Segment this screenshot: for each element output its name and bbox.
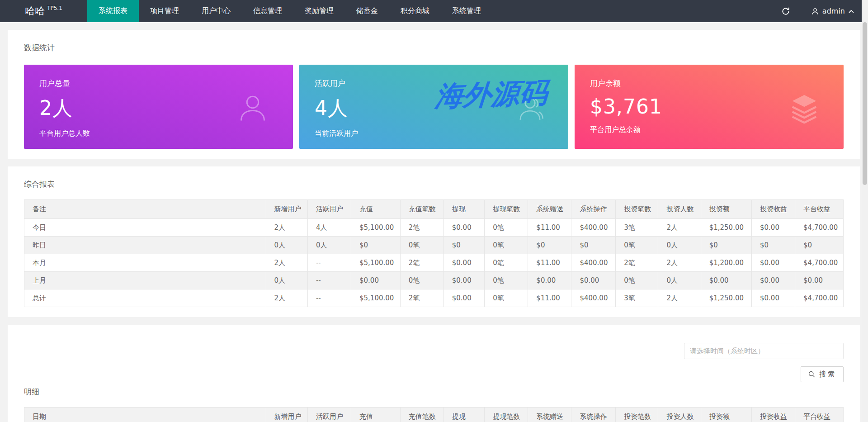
table-cell: $11.00 <box>528 219 571 237</box>
table-cell: $0.00 <box>571 272 616 289</box>
nav-item[interactable]: 用户中心 <box>190 0 242 22</box>
nav-item[interactable]: 项目管理 <box>139 0 190 22</box>
table-cell: $0.00 <box>528 272 571 289</box>
table-cell: 本月 <box>24 254 266 272</box>
username: admin <box>822 7 845 15</box>
table-cell: 2人 <box>658 289 701 307</box>
table-row: 上月0人--$0.000笔$0.000笔$0.00$0.000笔0人$0.00$… <box>24 272 844 289</box>
table-cell: $0.00 <box>443 254 485 272</box>
table-cell: 0人 <box>658 272 701 289</box>
table-cell: $4,700.00 <box>795 289 844 307</box>
time-range-input[interactable] <box>684 343 844 359</box>
column-header: 活跃用户 <box>307 408 351 422</box>
table-cell: $1,250.00 <box>701 289 751 307</box>
nav-item[interactable]: 奖励管理 <box>293 0 345 22</box>
column-header: 充值笔数 <box>400 200 443 219</box>
table-cell: 昨日 <box>24 237 266 254</box>
detail-panel-title: 明细 <box>24 387 844 397</box>
table-cell: $11.00 <box>528 289 571 307</box>
table-cell: $0 <box>443 237 485 254</box>
user-icon <box>811 7 819 15</box>
app-logo-version: TP5.1 <box>47 5 62 11</box>
page-scrollbar[interactable] <box>862 0 868 422</box>
column-header: 日期 <box>24 408 266 422</box>
table-cell: $5,100.00 <box>351 219 400 237</box>
table-cell: $5,100.00 <box>351 254 400 272</box>
user-menu[interactable]: admin <box>811 7 854 15</box>
stat-cards-row: 用户总量 2人 平台用户总人数 活跃用户 4人 当前活跃用户 <box>24 65 844 149</box>
column-header: 充值 <box>351 408 400 422</box>
table-cell: 0笔 <box>485 254 528 272</box>
column-header: 备注 <box>24 200 266 219</box>
table-cell: 0笔 <box>485 289 528 307</box>
table-cell: $0.00 <box>752 219 795 237</box>
table-cell: 0人 <box>658 237 701 254</box>
stat-card-label: 活跃用户 <box>315 78 553 89</box>
layers-icon <box>788 92 820 125</box>
app-logo[interactable]: 哈哈 TP5.1 <box>0 0 87 22</box>
table-row: 昨日0人0人$00笔$00笔$0$00笔0人$0$0$0 <box>24 237 844 254</box>
table-cell: $1,200.00 <box>701 254 751 272</box>
users-icon <box>509 91 545 127</box>
table-cell: $5,100.00 <box>351 289 400 307</box>
search-button-label: 搜索 <box>819 370 836 379</box>
column-header: 平台收益 <box>795 408 844 422</box>
table-cell: $0 <box>752 237 795 254</box>
table-cell: $400.00 <box>571 254 616 272</box>
table-cell: $4,700.00 <box>795 219 844 237</box>
top-navbar: 哈哈 TP5.1 系统报表项目管理用户中心信息管理奖励管理储蓄金积分商城系统管理… <box>0 0 868 22</box>
column-header: 平台收益 <box>795 200 844 219</box>
table-cell: $1,250.00 <box>701 219 751 237</box>
table-cell: 0笔 <box>485 219 528 237</box>
nav-item[interactable]: 系统管理 <box>441 0 492 22</box>
column-header: 活跃用户 <box>307 200 351 219</box>
table-cell: 2笔 <box>616 254 658 272</box>
nav-item[interactable]: 积分商城 <box>389 0 441 22</box>
table-cell: 0笔 <box>616 272 658 289</box>
summary-panel: 综合报表 备注新增用户活跃用户充值充值笔数提现提现笔数系统赠送系统操作投资笔数投… <box>8 166 860 317</box>
column-header: 投资收益 <box>752 408 795 422</box>
user-icon <box>236 91 269 127</box>
table-cell: $400.00 <box>571 219 616 237</box>
table-cell: 2人 <box>266 289 307 307</box>
table-cell: 上月 <box>24 272 266 289</box>
navbar-right: admin <box>781 0 868 22</box>
column-header: 提现笔数 <box>485 408 528 422</box>
table-cell: 0人 <box>266 272 307 289</box>
table-cell: $0.00 <box>351 272 400 289</box>
scrollbar-thumb[interactable] <box>863 22 867 185</box>
table-cell: 0笔 <box>400 272 443 289</box>
table-cell: $0.00 <box>443 219 485 237</box>
search-button[interactable]: 搜索 <box>801 366 844 382</box>
table-cell: $0.00 <box>701 272 751 289</box>
detail-table: 日期新增用户活跃用户充值充值笔数提现提现笔数系统赠送系统操作投资笔数投资人数投资… <box>24 407 844 422</box>
column-header: 投资人数 <box>658 408 701 422</box>
nav-item[interactable]: 信息管理 <box>242 0 293 22</box>
table-cell: $0.00 <box>443 272 485 289</box>
nav-item[interactable]: 储蓄金 <box>345 0 389 22</box>
column-header: 提现 <box>443 408 485 422</box>
column-header: 系统操作 <box>571 200 616 219</box>
table-cell: 0笔 <box>400 237 443 254</box>
table-cell: -- <box>307 272 351 289</box>
table-cell: $0 <box>795 237 844 254</box>
nav-item[interactable]: 系统报表 <box>87 0 139 22</box>
table-cell: 2人 <box>658 219 701 237</box>
column-header: 投资笔数 <box>616 408 658 422</box>
table-cell: $0 <box>701 237 751 254</box>
table-cell: $0.00 <box>443 289 485 307</box>
table-cell: $4,700.00 <box>795 254 844 272</box>
stat-card-total-users: 用户总量 2人 平台用户总人数 <box>24 65 293 149</box>
stat-card-caption: 平台用户总人数 <box>39 129 278 138</box>
table-cell: $0 <box>528 237 571 254</box>
page-content: 数据统计 用户总量 2人 平台用户总人数 活跃用户 4人 当前活跃用户 <box>0 30 868 422</box>
search-icon <box>808 370 816 378</box>
stat-card-label: 用户余额 <box>590 78 828 89</box>
table-cell: $11.00 <box>528 254 571 272</box>
table-cell: 2人 <box>266 219 307 237</box>
summary-panel-title: 综合报表 <box>24 179 844 190</box>
refresh-icon[interactable] <box>781 7 790 16</box>
stats-panel-title: 数据统计 <box>24 43 844 53</box>
stat-card-caption: 平台用户总余额 <box>590 125 828 135</box>
stat-card-balance: 用户余额 $3,761 平台用户总余额 <box>575 65 844 149</box>
